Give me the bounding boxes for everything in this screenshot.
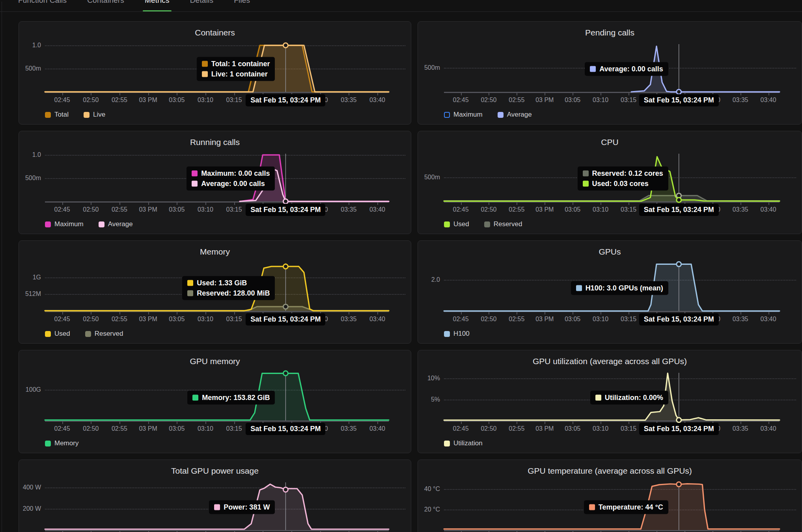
x-axis-label: 03:10: [198, 316, 213, 323]
chart-title: GPU temperature (average across all GPUs…: [418, 466, 802, 476]
crosshair-date-tooltip: Sat Feb 15, 03:24 PM: [246, 94, 325, 106]
tooltip-row: H100: 3.0 GPUs (mean): [576, 284, 663, 292]
y-axis-label: 10%: [419, 375, 440, 382]
legend-label: Reserved: [95, 330, 123, 338]
legend-item-reserved[interactable]: Reserved: [484, 220, 522, 228]
x-axis-label: 03:05: [169, 316, 185, 323]
legend-label: Live: [93, 111, 105, 119]
tab-details[interactable]: Details: [190, 0, 213, 11]
tooltip-swatch-utilization: [595, 395, 601, 401]
crosshair-marker: [677, 89, 681, 94]
legend-item-h100[interactable]: H100: [444, 330, 470, 338]
x-axis-label: 02:45: [453, 425, 469, 432]
legend: MaximumAverage: [444, 111, 532, 119]
legend: UsedReserved: [444, 220, 522, 228]
tooltip-text: Used: 1.33 GiB: [197, 279, 247, 287]
x-axis-label: 02:50: [83, 316, 99, 323]
legend-item-used[interactable]: Used: [45, 330, 70, 338]
y-axis-label: 512M: [20, 290, 41, 298]
x-axis-label: 03 PM: [535, 97, 554, 104]
x-axis-label: 03:10: [198, 97, 213, 104]
series-tooltip: Average: 0.00 calls: [585, 62, 668, 76]
x-axis-label: 03:35: [733, 97, 748, 104]
panel-gpu-temperature-average-across-all-gpus: GPU temperature (average across all GPUs…: [418, 459, 802, 532]
tooltip-row: Temperature: 44 °C: [589, 503, 663, 512]
x-axis-label: 03:15: [621, 425, 636, 432]
x-axis-label: 03:15: [621, 316, 636, 323]
y-axis-label: 5%: [419, 396, 440, 403]
crosshair-marker: [283, 264, 288, 269]
legend-item-average[interactable]: Average: [498, 111, 532, 119]
panel-gpu-utilization-average-across-all-gpus: GPU utilization (average across all GPUs…: [418, 350, 802, 453]
tab-label: Containers: [87, 0, 124, 5]
legend-item-used[interactable]: Used: [444, 220, 469, 228]
legend: Utilization: [444, 439, 483, 447]
legend-label: Used: [54, 330, 70, 338]
tab-function-calls[interactable]: Function Calls: [18, 0, 67, 11]
tab-containers[interactable]: Containers: [87, 0, 124, 11]
x-axis-label: 03:35: [341, 425, 356, 432]
series-tooltip: Used: 1.33 GiBReserved: 128.00 MiB: [182, 276, 275, 300]
tab-label: Metrics: [145, 0, 170, 5]
legend-item-reserved[interactable]: Reserved: [85, 330, 123, 338]
y-axis-label: 40 °C: [419, 485, 440, 493]
series-tooltip: Utilization: 0.00%: [590, 391, 668, 405]
y-axis-label: 20 °C: [419, 506, 440, 513]
tooltip-row: Total: 1 container: [202, 60, 270, 68]
tab-label: Details: [190, 0, 213, 5]
tooltip-row: Live: 1 container: [202, 70, 270, 78]
x-axis-label: 02:55: [509, 425, 524, 432]
crosshair-marker: [283, 199, 288, 204]
x-axis-label: 03:10: [593, 425, 608, 432]
x-axis-label: 02:45: [54, 206, 70, 213]
x-axis-label: 03:15: [226, 206, 242, 213]
legend-swatch: [85, 331, 91, 337]
tooltip-text: Maximum: 0.00 calls: [201, 169, 270, 178]
legend-label: Total: [54, 111, 69, 119]
tooltip-swatch-reserved: [583, 171, 589, 177]
tooltip-swatch-average: [192, 181, 198, 187]
tooltip-text: Power: 381 W: [224, 503, 270, 512]
legend-label: H100: [453, 330, 470, 338]
x-axis-label: 02:55: [112, 425, 127, 432]
x-axis-label: 03:40: [369, 206, 385, 213]
series-tooltip: Maximum: 0.00 callsAverage: 0.00 calls: [187, 167, 275, 191]
legend-swatch: [498, 112, 504, 118]
x-axis-label: 03:05: [169, 425, 185, 432]
crosshair-marker: [677, 197, 681, 202]
x-axis-label: 02:50: [481, 97, 496, 104]
x-axis-label: 02:50: [481, 425, 496, 432]
x-axis-label: 02:45: [54, 316, 70, 323]
legend-item-total[interactable]: Total: [45, 111, 69, 119]
tooltip-text: Average: 0.00 calls: [599, 65, 663, 73]
x-axis-label: 03:10: [593, 206, 608, 213]
x-axis-label: 03:35: [733, 206, 748, 213]
x-axis-label: 03 PM: [535, 425, 554, 432]
chart-title: Containers: [19, 28, 411, 37]
y-axis-label: 500m: [419, 64, 440, 71]
x-axis-label: 03:35: [341, 206, 356, 213]
series-tooltip: Temperature: 44 °C: [584, 500, 668, 514]
legend-item-utilization[interactable]: Utilization: [444, 439, 483, 447]
legend-item-memory[interactable]: Memory: [45, 439, 78, 447]
tab-files[interactable]: Files: [234, 0, 250, 11]
x-axis-label: 03:40: [761, 97, 776, 104]
y-axis-label: 500m: [419, 174, 440, 181]
legend-item-maximum[interactable]: Maximum: [45, 220, 84, 228]
tab-metrics[interactable]: Metrics: [145, 0, 170, 11]
crosshair-date-tooltip: Sat Feb 15, 03:24 PM: [246, 313, 325, 326]
legend-swatch: [45, 112, 51, 118]
series-line-reserved: [45, 307, 389, 311]
y-axis-label: 500m: [20, 175, 41, 182]
series-tooltip: Total: 1 containerLive: 1 container: [197, 57, 275, 81]
legend-item-maximum[interactable]: Maximum: [444, 111, 483, 119]
legend-item-live[interactable]: Live: [84, 111, 105, 119]
chart-title: Pending calls: [418, 28, 802, 37]
tooltip-swatch-used: [583, 181, 589, 187]
x-axis-label: 02:55: [509, 97, 524, 104]
crosshair-date-tooltip: Sat Feb 15, 03:24 PM: [639, 204, 719, 216]
y-axis-label: 100G: [20, 386, 41, 393]
legend-item-average[interactable]: Average: [99, 220, 133, 228]
legend-label: Average: [108, 220, 133, 228]
tooltip-swatch-average: [590, 66, 596, 72]
